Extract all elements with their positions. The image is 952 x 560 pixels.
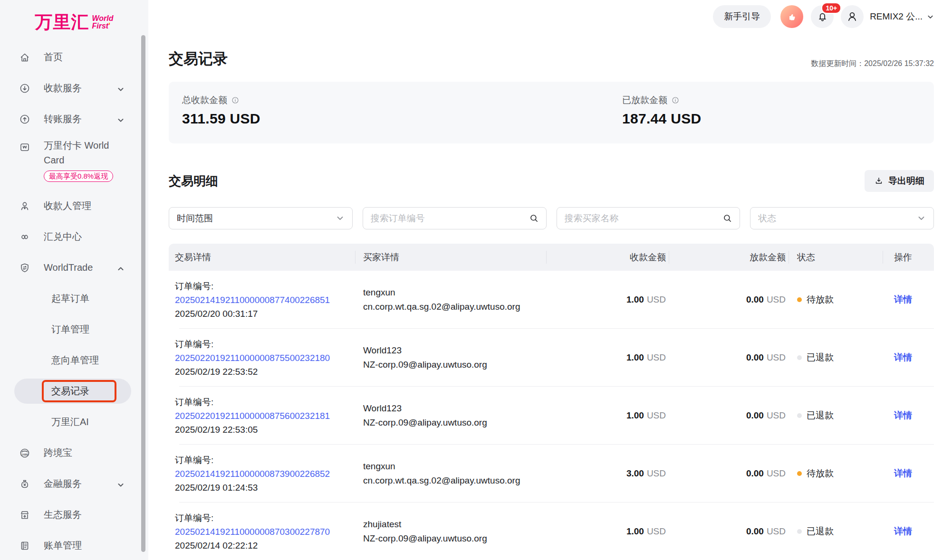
order-time: 2025/02/19 01:24:53 <box>175 481 355 494</box>
sidebar-item-transfer-services[interactable]: 转账服务 <box>0 104 148 134</box>
received-amount: 1.00 <box>626 526 644 536</box>
info-icon[interactable] <box>671 96 680 104</box>
order-time: 2025/02/20 00:31:17 <box>175 307 355 321</box>
sidebar-item-receive-services[interactable]: 收款服务 <box>0 73 148 104</box>
received-amount-cell: 3.00USD <box>546 468 669 479</box>
detail-link[interactable]: 详情 <box>894 352 912 362</box>
status-dot-icon <box>797 413 802 418</box>
buyer-name: World123 <box>363 401 546 416</box>
sidebar-item-world-card[interactable]: 万里付卡 World Card 最高享受0.8%返现 <box>0 134 148 190</box>
filter-bar: 时间范围 状态 <box>169 207 934 229</box>
app-window: 万里汇 World First' 首页 收款服务 转账 <box>0 0 952 560</box>
received-currency: USD <box>647 294 666 304</box>
order-number-link[interactable]: 2025021419211000000873900226852 <box>175 467 355 481</box>
detail-link[interactable]: 详情 <box>894 294 912 304</box>
sidebar-item-home[interactable]: 首页 <box>0 42 148 73</box>
info-icon[interactable] <box>231 96 240 104</box>
paid-amount: 0.00 <box>746 526 764 536</box>
sidebar: 万里汇 World First' 首页 收款服务 转账 <box>0 0 148 560</box>
world-card-icon <box>19 142 30 153</box>
sidebar-item-intent-management[interactable]: 意向单管理 <box>0 345 148 376</box>
paid-currency: USD <box>767 468 786 478</box>
feedback-thumb-button[interactable] <box>780 5 803 28</box>
time-range-select[interactable]: 时间范围 <box>169 207 353 229</box>
sidebar-item-worldfirst-ai[interactable]: 万里汇AI <box>0 407 148 437</box>
order-number-link[interactable]: 2025021419211000000877400226851 <box>175 293 355 307</box>
thumb-up-icon <box>786 11 798 22</box>
status-cell: 已退款 <box>789 525 883 538</box>
order-search-box <box>363 207 547 229</box>
search-icon[interactable] <box>529 214 539 223</box>
received-amount: 3.00 <box>626 468 644 478</box>
notifications-button[interactable]: 10+ <box>811 5 834 28</box>
brand-logo[interactable]: 万里汇 World First' <box>0 0 148 42</box>
status-text: 已退款 <box>807 351 834 364</box>
received-amount: 1.00 <box>626 352 644 362</box>
detail-link[interactable]: 详情 <box>894 410 912 420</box>
action-cell: 详情 <box>883 294 934 306</box>
search-icon[interactable] <box>723 214 732 223</box>
order-number-label: 订单编号: <box>175 453 355 467</box>
account-name[interactable]: REMIX2 公... <box>870 10 923 23</box>
export-details-button[interactable]: 导出明细 <box>865 170 934 192</box>
download-icon <box>874 176 884 186</box>
payee-icon <box>19 200 30 212</box>
buyer-search-input[interactable] <box>565 213 723 224</box>
status-text: 待放款 <box>807 467 834 480</box>
order-number-link[interactable]: 2025022019211000000875500232180 <box>175 351 355 365</box>
order-number-link[interactable]: 2025021419211000000870300227870 <box>175 525 355 539</box>
paid-amount-cell: 0.00USD <box>669 294 789 305</box>
status-cell: 已退款 <box>789 409 883 422</box>
buyer-name: tengxun <box>363 285 546 300</box>
paid-amount-cell: 0.00USD <box>669 352 789 363</box>
paid-amount: 0.00 <box>746 468 764 478</box>
status-dot-icon <box>797 471 802 476</box>
beginner-guide-button[interactable]: 新手引导 <box>713 5 771 28</box>
account-avatar[interactable] <box>841 5 864 28</box>
paid-amount-cell: 0.00USD <box>669 468 789 479</box>
order-number-link[interactable]: 2025022019211000000875600232181 <box>175 409 355 423</box>
order-search-input[interactable] <box>371 213 529 224</box>
status-text: 待放款 <box>807 294 834 306</box>
paid-amount: 0.00 <box>746 352 764 362</box>
buyer-email: cn.corp.wt.qa.sg.02@alipay.uwtuso.org <box>363 474 546 488</box>
status-text: 已退款 <box>807 525 834 538</box>
topbar: 新手引导 10+ <box>148 0 952 33</box>
detail-link[interactable]: 详情 <box>894 468 912 478</box>
store-icon <box>19 509 30 521</box>
col-received-amount: 收款金额 <box>546 244 669 271</box>
content: 交易记录 数据更新时间：2025/02/26 15:37:32 总收款金额 31… <box>148 49 952 560</box>
order-number-label: 订单编号: <box>175 511 355 525</box>
table-row: 订单编号: 2025022019211000000875500232180 20… <box>169 329 934 387</box>
brand-logo-cn: 万里汇 <box>35 10 89 34</box>
sidebar-scrollbar[interactable] <box>141 35 145 552</box>
received-amount-cell: 1.00USD <box>546 526 669 537</box>
detail-link[interactable]: 详情 <box>894 526 912 536</box>
status-select[interactable]: 状态 <box>750 207 934 229</box>
table-row: 订单编号: 2025022019211000000875600232181 20… <box>169 387 934 445</box>
col-paid-amount: 放款金额 <box>669 244 789 271</box>
sidebar-item-draft-order[interactable]: 起草订单 <box>0 283 148 314</box>
sidebar-item-kuajingbao[interactable]: 1688 跨境宝 <box>0 437 148 468</box>
table-row: 订单编号: 2025021419211000000877400226851 20… <box>169 271 934 329</box>
buyer-details-cell: zhujiatest NZ-corp.09@alipay.uwtuso.org <box>355 517 546 546</box>
status-cell: 待放款 <box>789 467 883 480</box>
sidebar-item-transaction-records[interactable]: 交易记录 <box>0 376 148 407</box>
buyer-email: NZ-corp.09@alipay.uwtuso.org <box>363 532 546 546</box>
order-number-label: 订单编号: <box>175 279 355 293</box>
paid-currency: USD <box>767 294 786 304</box>
sidebar-item-order-management[interactable]: 订单管理 <box>0 314 148 345</box>
sidebar-item-worldtrade[interactable]: WorldTrade <box>0 252 148 283</box>
account-chevron-down-icon[interactable] <box>927 13 934 20</box>
status-text: 已退款 <box>807 409 834 422</box>
sidebar-item-financial-services[interactable]: 金融服务 <box>0 468 148 499</box>
total-received-label: 总收款金额 <box>182 94 227 106</box>
buyer-details-cell: World123 NZ-corp.09@alipay.uwtuso.org <box>355 343 546 372</box>
paid-currency: USD <box>767 410 786 420</box>
worldtrade-shield-icon <box>19 262 30 274</box>
status-dot-icon <box>797 297 802 302</box>
sidebar-item-eco-services[interactable]: 生态服务 <box>0 499 148 530</box>
sidebar-item-bill-management[interactable]: 账单管理 <box>0 530 148 560</box>
sidebar-item-fx-center[interactable]: 汇兑中心 <box>0 221 148 252</box>
sidebar-item-payee-management[interactable]: 收款人管理 <box>0 190 148 221</box>
